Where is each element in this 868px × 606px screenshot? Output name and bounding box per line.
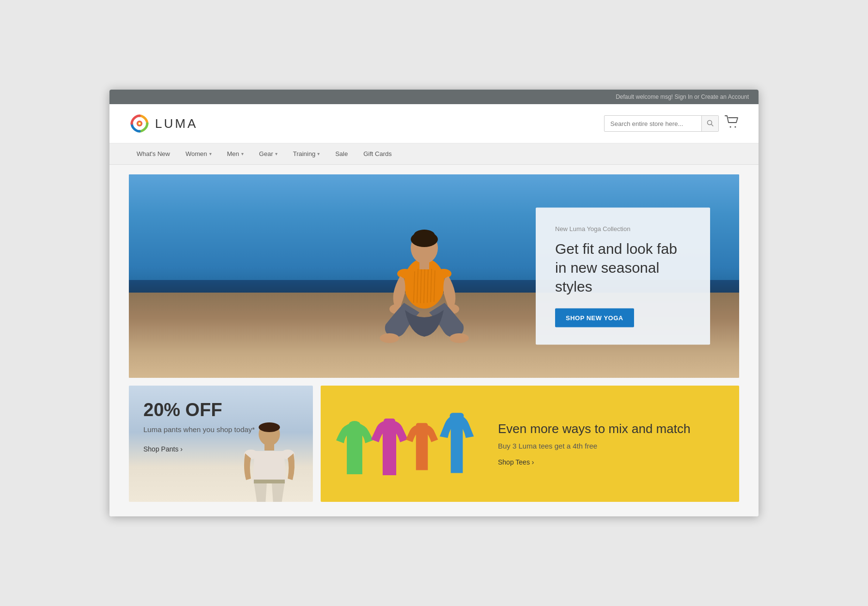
banner-right-text: Even more ways to mix and match Buy 3 Lu…: [488, 421, 725, 467]
nav-item-gift-cards: Gift Cards: [356, 143, 400, 164]
create-account-link[interactable]: Create an Account: [701, 93, 749, 100]
tee-green: [335, 416, 374, 479]
top-bar: Default welcome msg! Sign In or Create a…: [109, 90, 759, 104]
chevron-down-icon: ▾: [241, 151, 244, 156]
header: LUMA: [109, 104, 759, 143]
header-right: [604, 115, 739, 132]
nav-link-gift-cards[interactable]: Gift Cards: [356, 143, 400, 164]
svg-line-5: [712, 124, 713, 126]
nav-item-whats-new: What's New: [129, 143, 178, 164]
banner-left-content: 20% OFF Luma pants when you shop today* …: [143, 400, 298, 453]
nav-item-men: Men ▾: [219, 143, 251, 164]
mix-description: Buy 3 Luma tees get a 4th free: [498, 442, 725, 450]
search-box: [604, 115, 719, 132]
svg-point-6: [730, 126, 731, 127]
tee-orange: [405, 416, 439, 479]
svg-rect-31: [254, 480, 285, 483]
logo-text: LUMA: [155, 116, 198, 131]
nav-label-gear: Gear: [259, 150, 273, 157]
search-input[interactable]: [604, 117, 701, 130]
nav-link-men[interactable]: Men ▾: [219, 143, 251, 164]
tee-blue: [435, 409, 479, 479]
nav-label-men: Men: [227, 150, 239, 157]
logo[interactable]: LUMA: [129, 113, 198, 134]
svg-point-32: [349, 421, 360, 429]
luma-logo-icon: [129, 113, 150, 134]
yoga-figure: [356, 208, 492, 363]
banner-right: Even more ways to mix and match Buy 3 Lu…: [321, 386, 739, 502]
nav-link-sale[interactable]: Sale: [327, 143, 356, 164]
nav-label-whats-new: What's New: [137, 150, 170, 157]
svg-point-7: [735, 126, 736, 127]
nav-item-gear: Gear ▾: [251, 143, 285, 164]
nav-item-women: Women ▾: [178, 143, 219, 164]
cart-svg: [725, 115, 739, 129]
nav-label-training: Training: [293, 150, 315, 157]
svg-point-18: [414, 230, 435, 241]
welcome-message: Default welcome msg!: [616, 93, 673, 100]
svg-rect-33: [384, 419, 395, 423]
cart-icon[interactable]: [725, 115, 739, 132]
hero-subtitle: New Luma Yoga Collection: [555, 225, 691, 233]
tees-group: [335, 409, 479, 479]
signin-link[interactable]: Sign In: [675, 93, 693, 100]
hero-title: Get fit and look fab in new seasonal sty…: [555, 239, 691, 296]
hero-banner: New Luma Yoga Collection Get fit and loo…: [129, 174, 739, 378]
chevron-down-icon: ▾: [317, 151, 320, 156]
svg-rect-19: [419, 261, 429, 269]
nav-item-sale: Sale: [327, 143, 356, 164]
nav-item-training: Training ▾: [285, 143, 327, 164]
svg-point-21: [436, 269, 451, 279]
nav-link-women[interactable]: Women ▾: [178, 143, 219, 164]
browser-window: Default welcome msg! Sign In or Create a…: [109, 90, 759, 516]
nav-label-sale: Sale: [335, 150, 348, 157]
nav-label-gift-cards: Gift Cards: [363, 150, 392, 157]
search-button[interactable]: [701, 115, 718, 132]
or-separator: or: [694, 93, 699, 100]
main-nav: What's New Women ▾ Men ▾ Gear ▾: [109, 143, 759, 165]
nav-link-whats-new[interactable]: What's New: [129, 143, 178, 164]
shop-tees-link[interactable]: Shop Tees ›: [498, 458, 534, 466]
svg-rect-34: [416, 423, 428, 427]
svg-point-25: [450, 333, 469, 343]
tee-pink: [370, 416, 409, 479]
bottom-banners: 20% OFF Luma pants when you shop today* …: [129, 386, 739, 502]
nav-list: What's New Women ▾ Men ▾ Gear ▾: [129, 143, 739, 164]
banner-left: 20% OFF Luma pants when you shop today* …: [129, 386, 313, 502]
nav-link-gear[interactable]: Gear ▾: [251, 143, 285, 164]
search-icon: [707, 120, 713, 126]
main-content: New Luma Yoga Collection Get fit and loo…: [109, 165, 759, 516]
nav-label-women: Women: [186, 150, 207, 157]
hero-info-box: New Luma Yoga Collection Get fit and loo…: [536, 208, 710, 345]
shop-pants-link[interactable]: Shop Pants ›: [143, 445, 183, 453]
chevron-down-icon: ▾: [209, 151, 212, 156]
discount-text: 20% OFF: [143, 400, 298, 420]
svg-rect-35: [450, 413, 464, 419]
mix-title: Even more ways to mix and match: [498, 421, 725, 437]
svg-point-3: [139, 123, 140, 124]
chevron-down-icon: ▾: [275, 151, 278, 156]
svg-point-20: [397, 269, 413, 279]
nav-link-training[interactable]: Training ▾: [285, 143, 327, 164]
svg-point-24: [380, 333, 399, 343]
discount-description: Luma pants when you shop today*: [143, 424, 298, 435]
shop-new-yoga-button[interactable]: Shop New Yoga: [555, 309, 634, 327]
